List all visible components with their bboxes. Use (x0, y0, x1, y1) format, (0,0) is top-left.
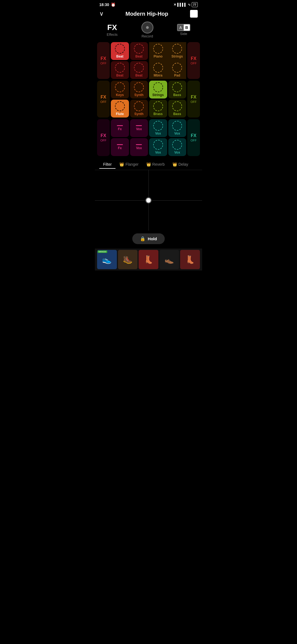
ad-banner[interactable]: 👟 WANGDI 🥾 👢 👞 👢 (95, 249, 202, 271)
pad-brass[interactable]: Brass (149, 100, 167, 118)
pad-synth-2[interactable]: Synth (130, 100, 148, 118)
record-sub-label: Record (142, 34, 153, 38)
reverb-icon: 👑 (146, 162, 151, 167)
pad-fx-2[interactable]: Fx (111, 138, 129, 156)
pad-beat-3[interactable]: Beat (111, 61, 129, 79)
pad-vox-1[interactable]: Vox (130, 119, 148, 137)
lock-icon: 🔒 (140, 236, 145, 241)
pad-circle (172, 121, 182, 131)
hold-button[interactable]: 🔒 Hold (132, 233, 164, 244)
pad-pad[interactable]: Pad (168, 61, 186, 79)
effects-sub-label: Effects (107, 32, 118, 37)
fx-side-right-3[interactable]: FX OFF (187, 119, 200, 156)
pad-label: Vox (174, 151, 180, 154)
pad-vox-teal-1[interactable]: Vox (149, 119, 167, 137)
ad-shoe-img-2: 🥾 (118, 250, 138, 269)
pad-circle (153, 82, 163, 92)
pad-label: Brass (153, 112, 163, 116)
pad-vox-2[interactable]: Vox (130, 138, 148, 156)
fx-side-left-1[interactable]: FX OFF (97, 42, 110, 79)
pad-label: Synth (134, 93, 144, 97)
pad-fx-1[interactable]: Fx (111, 119, 129, 137)
back-chevron[interactable]: ∨ (99, 10, 104, 17)
fx-side-left-3[interactable]: FX OFF (97, 119, 110, 156)
ad-shoe-2: 🥾 (118, 250, 138, 269)
pad-vox-teal-3[interactable]: Vox (149, 138, 167, 156)
effects-control[interactable]: FX Effects (107, 23, 118, 37)
alarm-icon: ⏰ (111, 2, 116, 7)
pad-circle (115, 63, 125, 73)
fx-side-right-1-off: OFF (191, 62, 197, 65)
pad-beat-2[interactable]: Beat (130, 42, 148, 60)
pad-circle (153, 121, 163, 131)
pad-bass-2[interactable]: Bass (168, 100, 186, 118)
ad-shoe-img-5: 👢 (180, 250, 200, 269)
pad-label: Mbira (154, 73, 163, 77)
side-sub-label: Side (180, 32, 187, 36)
pad-circle (134, 82, 144, 92)
pad-circle (172, 63, 182, 73)
wifi-icon: ∿ (188, 3, 191, 7)
pad-dash (117, 144, 123, 145)
ad-shoe-img-3: 👢 (139, 250, 158, 269)
fx-side-left-1-off: OFF (100, 62, 106, 65)
pad-label: Pad (174, 73, 180, 77)
pad-dash (136, 125, 142, 126)
pad-circle (172, 44, 182, 54)
pad-piano[interactable]: Piano (149, 42, 167, 60)
pad-circle (134, 44, 144, 54)
side-control[interactable]: A B Side (177, 24, 190, 36)
fx-side-right-2[interactable]: FX OFF (187, 81, 200, 118)
pad-circle (115, 82, 125, 92)
fx-side-right-1[interactable]: FX OFF (187, 42, 200, 79)
pad-label: Bass (173, 93, 181, 97)
signal-icon: ▌▌▌▌ (177, 3, 187, 7)
fx-side-right-3-off: OFF (191, 139, 197, 142)
pad-label: Strings (152, 93, 164, 97)
hold-area: 🔒 Hold (95, 231, 202, 249)
filter-area[interactable] (95, 170, 202, 231)
hold-label: Hold (148, 236, 157, 241)
stop-button[interactable] (190, 10, 198, 18)
pad-circle (153, 44, 163, 54)
record-control[interactable]: Record (141, 21, 153, 38)
tab-delay[interactable]: 👑 Delay (169, 160, 192, 169)
fx-side-left-2-off: OFF (100, 100, 106, 103)
ad-badge-1: WANGDI (98, 250, 107, 253)
pad-circle (115, 44, 125, 54)
pads-right-3: Vox Vox Vox Vox (149, 119, 186, 156)
pad-vox-teal-4[interactable]: Vox (168, 138, 186, 156)
fx-side-left-2[interactable]: FX OFF (97, 81, 110, 118)
tab-reverb[interactable]: 👑 Reverb (142, 160, 169, 169)
pad-flute-active[interactable]: Flute (111, 100, 129, 118)
tab-filter[interactable]: Filter (99, 160, 116, 169)
pad-label: Beat (135, 54, 142, 58)
pad-sections: FX OFF Beat Beat Beat Beat (95, 41, 202, 157)
ab-b: B (184, 24, 190, 31)
ab-selector[interactable]: A B (177, 24, 190, 31)
header: ∨ Modern Hip-Hop (95, 8, 202, 20)
pad-synth-1[interactable]: Synth (130, 81, 148, 99)
flanger-icon: 👑 (119, 162, 124, 167)
pad-beat-1-active[interactable]: Beat (111, 42, 129, 60)
pad-label: Beat (116, 73, 123, 77)
fx-tabs: Filter 👑 Flanger 👑 Reverb 👑 Delay (95, 157, 202, 170)
pad-beat-4[interactable]: Beat (130, 61, 148, 79)
pad-section-3: FX OFF Fx Vox Fx Vox Vox (97, 119, 200, 156)
pad-vox-teal-2[interactable]: Vox (168, 119, 186, 137)
pad-strings-1[interactable]: Strings (168, 42, 186, 60)
fx-side-left-1-label: FX (101, 56, 106, 61)
pad-circle (153, 101, 163, 111)
pad-label: Piano (153, 54, 163, 58)
pad-mbira[interactable]: Mbira (149, 61, 167, 79)
fx-side-right-3-label: FX (191, 133, 196, 138)
pad-keys[interactable]: Keys (111, 81, 129, 99)
filter-knob[interactable] (145, 197, 152, 203)
pad-label: Bass (173, 112, 181, 116)
fx-side-left-3-off: OFF (100, 139, 106, 142)
pads-right-2: Strings Bass Brass Bass (149, 81, 186, 118)
fx-side-left-3-label: FX (101, 133, 106, 138)
pad-bass-1[interactable]: Bass (168, 81, 186, 99)
pad-strings-active[interactable]: Strings (149, 81, 167, 99)
tab-flanger[interactable]: 👑 Flanger (116, 160, 142, 169)
